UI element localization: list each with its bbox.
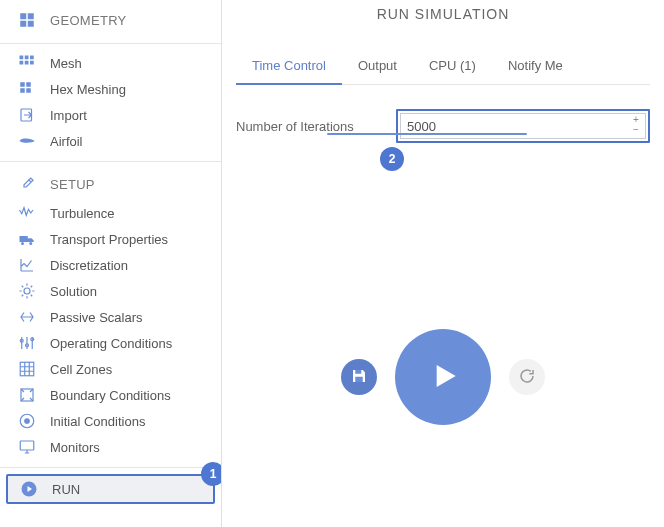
turbulence-icon: [18, 204, 36, 222]
hex-icon: [18, 80, 36, 98]
sidebar-item-monitors[interactable]: Monitors: [0, 434, 221, 460]
cat-setup: SETUP: [0, 168, 221, 200]
save-button[interactable]: [341, 359, 377, 395]
play-button[interactable]: [395, 329, 491, 425]
item-label: Operating Conditions: [50, 336, 172, 351]
divider: [0, 43, 221, 44]
step-down[interactable]: −: [630, 125, 642, 135]
item-label: Cell Zones: [50, 362, 112, 377]
cat-geometry: GEOMETRY: [0, 4, 221, 36]
svg-rect-3: [26, 88, 31, 93]
import-icon: [18, 106, 36, 124]
save-icon: [350, 367, 368, 388]
item-label: Initial Conditions: [50, 414, 145, 429]
item-label: Monitors: [50, 440, 100, 455]
item-label: Solution: [50, 284, 97, 299]
page-title: RUN SIMULATION: [236, 6, 650, 22]
sidebar-item-boundary[interactable]: Boundary Conditions: [0, 382, 221, 408]
reload-button[interactable]: [509, 359, 545, 395]
mesh-icon: [18, 54, 36, 72]
svg-rect-18: [355, 376, 363, 381]
reload-icon: [518, 367, 536, 388]
boundary-icon: [18, 386, 36, 404]
initial-icon: [18, 412, 36, 430]
tabs: Time Control Output CPU (1) Notify Me: [236, 50, 650, 85]
item-label: Turbulence: [50, 206, 115, 221]
scalar-icon: [18, 308, 36, 326]
sidebar-item-import[interactable]: Import: [0, 102, 221, 128]
sidebar-item-operating[interactable]: Operating Conditions: [0, 330, 221, 356]
sidebar-item-transport[interactable]: Transport Properties: [0, 226, 221, 252]
gear-icon: [18, 282, 36, 300]
sidebar-item-passive[interactable]: Passive Scalars: [0, 304, 221, 330]
discretization-icon: [18, 256, 36, 274]
sidebar-item-run[interactable]: RUN 1: [6, 474, 215, 504]
sidebar-item-solution[interactable]: Solution: [0, 278, 221, 304]
cells-icon: [18, 360, 36, 378]
item-label: Transport Properties: [50, 232, 168, 247]
sidebar: GEOMETRY Mesh Hex Meshing Import Airfoil…: [0, 0, 222, 527]
iterations-field-wrap: + − 2: [396, 109, 650, 143]
sidebar-item-discretization[interactable]: Discretization: [0, 252, 221, 278]
tab-output[interactable]: Output: [342, 50, 413, 84]
sliders-icon: [18, 334, 36, 352]
geometry-icon: [18, 11, 36, 29]
iterations-steppers: + −: [630, 115, 642, 135]
cat-label: SETUP: [50, 177, 95, 192]
sidebar-item-hex[interactable]: Hex Meshing: [0, 76, 221, 102]
sidebar-item-initial[interactable]: Initial Conditions: [0, 408, 221, 434]
iterations-label: Number of Iterations: [236, 119, 376, 134]
tab-notify[interactable]: Notify Me: [492, 50, 579, 84]
divider: [0, 467, 221, 468]
svg-rect-1: [26, 82, 31, 87]
item-label: Passive Scalars: [50, 310, 142, 325]
sidebar-item-airfoil[interactable]: Airfoil: [0, 128, 221, 154]
sidebar-item-mesh[interactable]: Mesh: [0, 50, 221, 76]
tab-cpu[interactable]: CPU (1): [413, 50, 492, 84]
main-panel: RUN SIMULATION Time Control Output CPU (…: [222, 0, 664, 527]
svg-point-5: [21, 242, 24, 245]
sidebar-item-cellzones[interactable]: Cell Zones: [0, 356, 221, 382]
svg-rect-0: [20, 82, 25, 87]
iterations-input[interactable]: [400, 113, 646, 139]
item-label: Import: [50, 108, 87, 123]
airfoil-icon: [18, 132, 36, 150]
annotation-1: 1: [201, 462, 222, 486]
play-icon: [20, 480, 38, 498]
cat-label: GEOMETRY: [50, 13, 127, 28]
item-label: Discretization: [50, 258, 128, 273]
item-label: Airfoil: [50, 134, 83, 149]
svg-rect-17: [355, 370, 361, 374]
play-icon: [424, 357, 462, 398]
tab-time-control[interactable]: Time Control: [236, 50, 342, 85]
setup-icon: [18, 175, 36, 193]
item-label: Boundary Conditions: [50, 388, 171, 403]
svg-rect-11: [20, 362, 34, 376]
item-label: Hex Meshing: [50, 82, 126, 97]
item-label: Mesh: [50, 56, 82, 71]
row-iterations: Number of Iterations + − 2: [236, 109, 650, 143]
svg-rect-2: [20, 88, 25, 93]
truck-icon: [18, 230, 36, 248]
controls: [236, 329, 650, 425]
svg-point-7: [24, 288, 30, 294]
svg-point-14: [25, 419, 30, 424]
svg-rect-15: [20, 441, 34, 450]
progress-bar: [327, 133, 527, 135]
sidebar-item-turbulence[interactable]: Turbulence: [0, 200, 221, 226]
item-label: RUN: [52, 482, 80, 497]
monitor-icon: [18, 438, 36, 456]
svg-point-6: [29, 242, 32, 245]
annotation-2: 2: [380, 147, 404, 171]
divider: [0, 161, 221, 162]
